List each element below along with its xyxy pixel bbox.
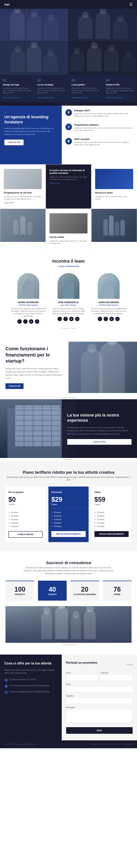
contact-right: Richiedi un preventivo Contratt Nome Cog… — [62, 654, 137, 740]
hero-image-4 — [69, 42, 137, 75]
team-role-3: direttrice della squadra — [90, 304, 127, 306]
contact-address: 61 Street, Newmark City, NY125 — [10, 678, 36, 681]
team-desc-3: Ciao sono Anna Richmond e sono dirigente… — [90, 308, 127, 315]
contact-phone: Numero di assistenza rapida (+99 6984 56… — [10, 690, 49, 693]
footer-link-cookies[interactable]: Cookie Policy — [122, 743, 133, 745]
youtube-icon-2[interactable]: ▶ — [69, 317, 74, 321]
plan-name-business: Affare — [94, 491, 129, 494]
form-input-email[interactable] — [66, 686, 133, 692]
footer-link-terms[interactable]: Terms of Service — [105, 743, 119, 745]
service-card-quality-link[interactable]: LEGGI DI PIÙ — [49, 182, 60, 184]
menu-icon[interactable]: ☰ — [129, 2, 133, 7]
service-title-2: La tua strategia — [37, 84, 65, 86]
team-name-1: MARIA MARRONE — [10, 301, 47, 304]
service-title-3: Linea grafica — [72, 84, 100, 86]
facebook-icon-3[interactable]: f — [98, 317, 102, 321]
service-link-3[interactable]: PER SAPERNE DI PIÙ — [72, 96, 100, 99]
plan-feature-personal-3: Funzione — [51, 518, 86, 521]
team-socials-1: f t ▶ in — [10, 319, 47, 324]
form-input-cognome[interactable] — [100, 675, 133, 681]
stat-label-team: LA NOSTRA SQUADRA — [73, 593, 96, 595]
stat-card-awards: 76 PREMI — [103, 581, 132, 600]
branding-heading: Un'agenzia di branding fondatore — [4, 115, 57, 125]
form-group-email: Email — [66, 683, 133, 692]
navigation: logo ☰ — [0, 0, 137, 9]
form-label-email: Email — [66, 683, 133, 685]
footer: © 2023 Your Company. All rights reserved… — [0, 740, 137, 748]
branding-item-2: 🗄 Progettazione database Sample text. Cl… — [65, 124, 134, 135]
plan-feature-free-1: 10 utenti — [8, 511, 43, 514]
plan-feature-personal-1: 10 utenti — [51, 511, 86, 514]
form-input-nome[interactable] — [66, 675, 98, 681]
financing-cta[interactable]: LEGGI DI PIÙ — [5, 383, 24, 389]
stats-photo-credit: Imag from Freepik — [5, 644, 132, 645]
vision-cta[interactable]: LEGGI DI PIÙ — [67, 439, 132, 445]
contact-desc: Sample text. Click to select the text bo… — [4, 669, 57, 675]
branding-item-1: 💡 Sviluppo UI/UX Sample text. Click to s… — [65, 109, 134, 121]
form-label-cognome: Cognome — [100, 672, 133, 674]
financing-left: Come funzionano i finanziamenti per le s… — [0, 338, 68, 396]
service-card-quality-desc: Sample text. Click to select the text bo… — [49, 176, 88, 181]
linkedin-icon-1[interactable]: in — [35, 319, 39, 324]
stat-label-clients: CLIENTS — [41, 593, 64, 595]
branding-text-2: Progettazione database Sample text. Clic… — [74, 124, 134, 132]
plan-price-free: $0 — [8, 496, 43, 503]
team-avatar-3 — [98, 273, 120, 299]
hero-section — [0, 9, 137, 75]
service-link-4[interactable]: PER SAPERNE DI PIÙ — [106, 96, 134, 99]
facebook-icon-2[interactable]: f — [57, 317, 62, 321]
footer-copyright: © 2023 Your Company. All rights reserved… — [4, 743, 39, 745]
stats-grid: 100 PROGETTI 40 CLIENTS 20 LA NOSTRA SQU… — [5, 581, 132, 600]
stat-card-projects: 100 PROGETTI — [5, 581, 34, 600]
pricing-heading: Piano tariffario ridotto per la tua atti… — [5, 470, 132, 475]
pricing-subtext: Vuoi iniziare tutto senza un host? Hai u… — [5, 476, 132, 481]
team-desc-1: Ciao sono Maria Marrone e sono dirigente… — [10, 308, 47, 317]
service-card-web-link[interactable]: LEGGI DI PIÙ — [4, 202, 14, 204]
form-label-message: Messaggio — [66, 707, 133, 708]
vision-content: La tua visione più la nostra esperienza … — [62, 399, 137, 458]
stats-desc: Esempio testo viverra accumsan in nisl n… — [23, 566, 114, 575]
hero-image-3 — [0, 42, 68, 75]
service-card-quality: Il nostro servizio di chiamata di qualit… — [46, 164, 91, 209]
hero-image-1 — [0, 9, 68, 42]
form-input-message[interactable] — [66, 709, 133, 723]
footer-link-privacy[interactable]: Privacy Policy — [91, 743, 102, 745]
plan-cta-free[interactable]: Carica gratis — [8, 531, 43, 538]
service-item-3: 03 Linea grafica Sample text. Click to s… — [69, 75, 103, 102]
twitter-icon-1[interactable]: t — [23, 319, 28, 324]
branding-text-3: Affari mondiali Sample text. Click to se… — [74, 138, 134, 146]
contact-left: Cosa ci offre per la tua attività Sample… — [0, 654, 62, 740]
service-card-web-title: Progettazione di siti web — [4, 191, 42, 194]
team-desc-2: Ciao sono Rob Greenfeld e sono il dirett… — [50, 308, 87, 315]
twitter-icon-3[interactable]: t — [103, 317, 108, 321]
contact-section: Cosa ci offre per la tua attività Sample… — [0, 654, 137, 740]
form-submit-button[interactable]: INVIA — [66, 727, 133, 734]
team-section: Incontra il team I nostri professionisti… — [0, 249, 137, 338]
plan-feature-personal-2: Funzione — [51, 514, 86, 518]
plan-feature-free-3: Funzione — [8, 518, 43, 521]
team-socials-3: f t ▶ in — [90, 317, 127, 321]
pricing-grid: Per la squadra $0 Gratuito 10 utenti Fun… — [5, 487, 132, 542]
financing-desc: Sample text. Click to select the text bo… — [5, 367, 63, 380]
service-desc-3: Sample text. Click to select the text bo… — [72, 87, 100, 94]
team-card-3: ANNA RICHMOND direttrice della squadra C… — [90, 273, 127, 324]
service-link-1[interactable]: PER SAPERNE DI PIÙ — [3, 96, 31, 99]
youtube-icon-3[interactable]: ▶ — [109, 317, 114, 321]
twitter-icon-2[interactable]: t — [63, 317, 68, 321]
branding-desc: Pubblica tranquillamente testi senza sen… — [4, 127, 57, 136]
team-socials-2: f t ▶ in — [50, 317, 87, 321]
linkedin-icon-2[interactable]: in — [75, 317, 80, 321]
plan-period-free: Gratuito — [8, 503, 43, 505]
plan-cta-personal[interactable]: Prova gratuitamente — [51, 531, 86, 537]
facebook-icon-1[interactable]: f — [17, 319, 22, 324]
hero-image-2 — [69, 9, 137, 42]
branding-cta[interactable]: LEGGI DI PIÙ — [4, 140, 24, 145]
service-link-2[interactable]: PER SAPERNE DI PIÙ — [37, 96, 65, 99]
form-input-subject[interactable] — [66, 698, 133, 704]
linkedin-icon-3[interactable]: in — [115, 317, 120, 321]
plan-cta-business[interactable]: Prova gratuitamente — [94, 531, 129, 537]
branding-item-3: 🌍 Affari mondiali Sample text. Click to … — [65, 138, 134, 149]
service-desc-1: Sample text. Click to select the text bo… — [3, 87, 31, 94]
service-item-1: 01 Design del logo Sample text. Click to… — [0, 75, 34, 102]
youtube-icon-1[interactable]: ▶ — [29, 319, 34, 324]
